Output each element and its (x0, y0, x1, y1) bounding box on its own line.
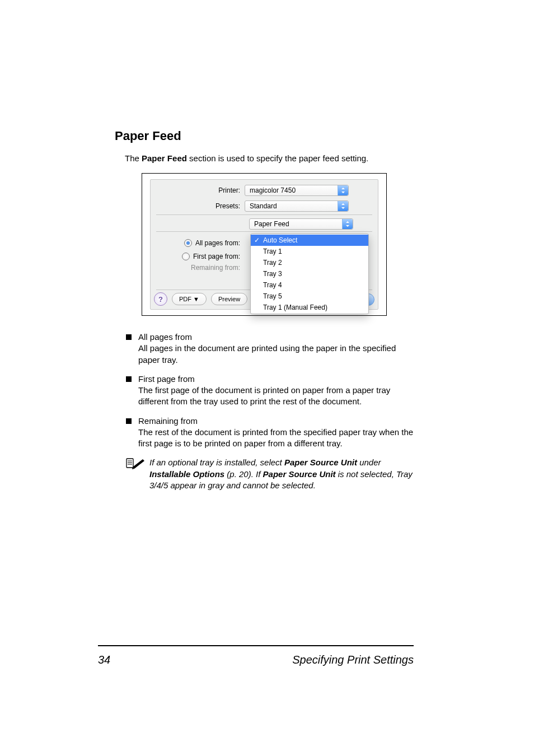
bullet-icon (126, 376, 132, 382)
bullet-body: The first page of the document is printe… (138, 385, 390, 406)
divider (156, 231, 372, 232)
bullet-title: Remaining from (138, 416, 198, 426)
radio-selected-icon (184, 239, 192, 247)
menu-item-tray1-manual[interactable]: Tray 1 (Manual Feed) (251, 302, 368, 313)
note: If an optional tray is installed, select… (115, 457, 414, 491)
section-value: Paper Feed (254, 220, 289, 228)
radio-icon (182, 253, 190, 260)
presets-popup[interactable]: Standard (245, 200, 349, 212)
footer-title: Specifying Print Settings (292, 654, 414, 666)
opt-remaining-label: Remaining from: (191, 264, 240, 272)
list-item: Remaining from The rest of the document … (126, 416, 414, 450)
intro-post: section is used to specify the paper fee… (187, 153, 368, 163)
bullet-icon (126, 418, 132, 424)
note-mid2: (p. 20). If (224, 469, 263, 479)
divider (156, 214, 372, 215)
note-b1: Paper Source Unit (284, 458, 357, 467)
list-item: First page from The first page of the do… (126, 374, 414, 408)
check-icon: ✓ (254, 236, 260, 245)
bullet-list: All pages from All pages in the document… (115, 332, 414, 449)
intro-bold: Paper Feed (142, 153, 187, 163)
menu-item-tray2[interactable]: Tray 2 (251, 257, 368, 268)
menu-item-tray4[interactable]: Tray 4 (251, 279, 368, 291)
bullet-icon (126, 334, 132, 340)
menu-item-tray5[interactable]: Tray 5 (251, 291, 368, 302)
section-popup[interactable]: Paper Feed (249, 218, 353, 230)
pdf-button[interactable]: PDF ▼ (172, 293, 207, 305)
dialog-figure: Printer: magicolor 7450 Presets: Standar… (142, 173, 387, 316)
svg-rect-0 (127, 459, 133, 468)
help-button[interactable]: ? (154, 292, 167, 306)
bullet-title: First page from (138, 374, 195, 384)
page: Paper Feed The Paper Feed section is use… (0, 0, 534, 756)
note-b2: Installable Options (149, 469, 224, 479)
opt-remaining: Remaining from: (151, 264, 245, 272)
printer-row: Printer: magicolor 7450 (151, 183, 378, 198)
presets-row: Presets: Standard (151, 199, 378, 213)
tray-menu[interactable]: ✓ Auto Select Tray 1 Tray 2 Tray 3 Tray … (250, 234, 369, 314)
popup-arrows-icon (338, 185, 348, 195)
footer: 34 Specifying Print Settings (98, 654, 414, 666)
dialog-panel: Printer: magicolor 7450 Presets: Standar… (150, 179, 378, 310)
dialog-left-buttons: ? PDF ▼ Preview (154, 292, 247, 306)
note-b3: Paper Source Unit (263, 469, 336, 479)
opt-all-label: All pages from: (195, 239, 240, 247)
bullet-body: The rest of the document is printed from… (138, 427, 413, 448)
menu-item-auto-select[interactable]: ✓ Auto Select (251, 235, 368, 246)
popup-arrows-icon (342, 219, 353, 229)
printer-popup[interactable]: magicolor 7450 (245, 185, 349, 196)
presets-label: Presets: (151, 202, 245, 210)
opt-first[interactable]: First page from: (151, 253, 245, 260)
menu-item-label: Auto Select (263, 236, 297, 244)
popup-arrows-icon (338, 201, 348, 211)
presets-value: Standard (250, 202, 277, 210)
content: Paper Feed The Paper Feed section is use… (0, 0, 534, 491)
intro-pre: The (125, 153, 142, 163)
page-number: 34 (98, 654, 110, 666)
menu-item-tray3[interactable]: Tray 3 (251, 268, 368, 279)
preview-button[interactable]: Preview (211, 293, 247, 305)
opt-all[interactable]: All pages from: (151, 239, 245, 247)
printer-label: Printer: (151, 186, 245, 194)
list-item: All pages from All pages in the document… (126, 332, 414, 366)
note-mid1: under (357, 458, 381, 467)
footer-rule (98, 645, 414, 646)
note-pre: If an optional tray is installed, select (149, 458, 284, 467)
note-text: If an optional tray is installed, select… (149, 457, 414, 491)
printer-value: magicolor 7450 (250, 186, 296, 194)
bullet-title: All pages from (138, 332, 192, 342)
intro-text: The Paper Feed section is used to specif… (125, 153, 414, 163)
opt-first-label: First page from: (193, 253, 240, 260)
section-heading: Paper Feed (115, 129, 414, 143)
section-row: Paper Feed (151, 217, 378, 231)
menu-item-tray1[interactable]: Tray 1 (251, 246, 368, 257)
bullet-body: All pages in the document are printed us… (138, 343, 396, 364)
note-icon (126, 457, 145, 491)
